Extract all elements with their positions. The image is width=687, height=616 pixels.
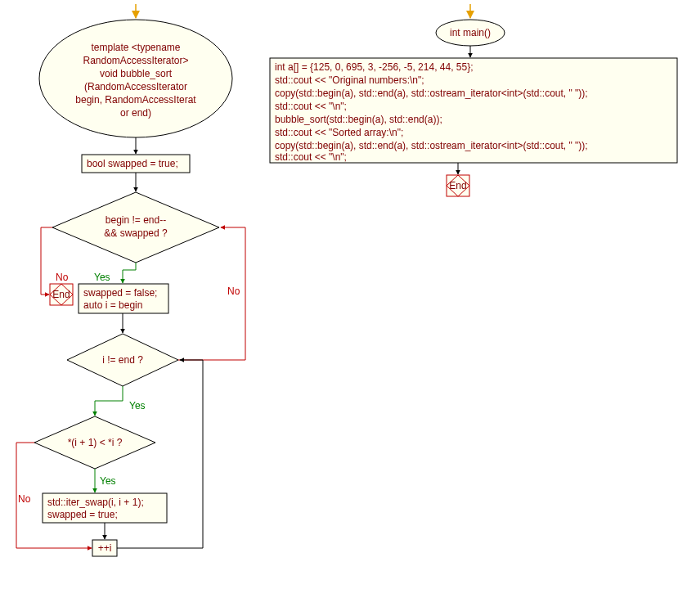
- outer-yes-label: Yes: [94, 272, 110, 283]
- inner-text: i != end ?: [102, 354, 143, 366]
- sig-l3: void bubble_sort: [100, 68, 173, 79]
- sig-l4: (RandomAccessIterator: [84, 81, 187, 92]
- terminator-main-label: int main(): [450, 27, 491, 38]
- outer-body-l2: auto i = begin: [83, 299, 142, 311]
- main-body-l8: std::cout << "\n";: [275, 151, 347, 163]
- main-body-l1: int a[] = {125, 0, 695, 3, -256, -5, 214…: [275, 61, 474, 73]
- swap-no-label: No: [18, 493, 31, 505]
- main-body-l4: std::cout << "\n";: [275, 101, 347, 112]
- terminator-end-main: End: [447, 175, 469, 196]
- inner-yes-label: Yes: [129, 400, 146, 411]
- terminator-end-sort: End: [50, 284, 73, 305]
- main-body-l6: std::cout << "Sorted array:\n";: [275, 127, 403, 138]
- init-text: bool swapped = true;: [87, 158, 178, 169]
- inc-text: ++i: [98, 542, 112, 554]
- swap-yes-label: Yes: [100, 475, 116, 487]
- main-body-l2: std::cout << "Original numbers:\n";: [275, 74, 424, 86]
- sig-l6: or end): [120, 107, 151, 119]
- inner-no-label: No: [227, 286, 240, 297]
- end-sort-label: End: [52, 289, 70, 300]
- swap-cond-text: *(i + 1) < *i ?: [68, 437, 123, 448]
- outer-l1: begin != end--: [106, 214, 166, 226]
- main-body-l3: copy(std::begin(a), std::end(a), std::os…: [275, 88, 588, 99]
- main-body-l5: bubble_sort(std::begin(a), std::end(a));: [275, 114, 442, 125]
- end-main-label: End: [449, 180, 466, 191]
- sig-l5: begin, RandomAccessIterat: [75, 94, 196, 106]
- edge-outer-yes: [123, 263, 136, 283]
- swap-body-l2: swapped = true;: [47, 509, 118, 520]
- outer-no-label: No: [56, 272, 69, 283]
- sig-l1: template <typename: [91, 42, 180, 53]
- main-body-l7: copy(std::begin(a), std::end(a), std::os…: [275, 140, 588, 151]
- swap-body-l1: std::iter_swap(i, i + 1);: [47, 497, 144, 508]
- outer-body-l1: swapped = false;: [83, 287, 157, 299]
- edge-inner-yes: [95, 386, 123, 416]
- flowchart-canvas: int main() int a[] = {125, 0, 695, 3, -2…: [0, 0, 687, 616]
- outer-l2: && swapped ?: [104, 227, 168, 239]
- sig-l2: RandomAccessIterator>: [83, 55, 188, 66]
